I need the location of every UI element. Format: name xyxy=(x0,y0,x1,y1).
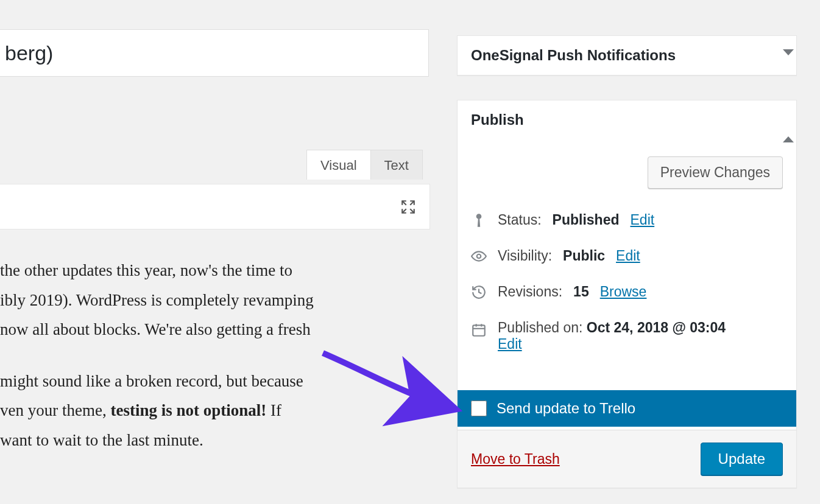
body-text-strong: testing is not optional! xyxy=(110,401,266,419)
panel-onesignal-header[interactable]: OneSignal Push Notifications xyxy=(458,36,796,75)
body-text: might sound like a broken record, but be… xyxy=(0,372,303,390)
panel-publish-header[interactable]: Publish xyxy=(458,100,796,139)
visibility-value: Public xyxy=(563,248,605,264)
editor-tabs: Visual Text xyxy=(306,150,423,180)
panel-onesignal: OneSignal Push Notifications xyxy=(457,35,797,75)
body-text: the other updates this year, now's the t… xyxy=(0,261,292,279)
preview-changes-button[interactable]: Preview Changes xyxy=(648,156,783,189)
visibility-edit-link[interactable]: Edit xyxy=(616,248,640,264)
svg-rect-5 xyxy=(473,325,485,335)
send-to-trello-label: Send update to Trello xyxy=(497,400,635,417)
panel-publish: Publish Preview Changes Status: Publishe… xyxy=(457,100,797,488)
update-button[interactable]: Update xyxy=(701,443,783,475)
body-text: ven your theme, xyxy=(0,401,110,419)
revisions-value: 15 xyxy=(573,284,589,300)
published-edit-link[interactable]: Edit xyxy=(498,336,522,352)
status-value: Published xyxy=(553,212,620,228)
editor-toolbar xyxy=(0,184,430,229)
status-label: Status: xyxy=(498,212,542,228)
visibility-row: Visibility: Public Edit xyxy=(471,238,783,274)
eye-icon xyxy=(471,248,487,264)
calendar-icon xyxy=(471,322,487,338)
svg-point-4 xyxy=(477,254,481,258)
move-to-trash-link[interactable]: Move to Trash xyxy=(471,451,560,467)
published-label: Published on: xyxy=(498,320,582,335)
body-text: If xyxy=(266,401,281,419)
published-row: Published on: Oct 24, 2018 @ 03:04 Edit xyxy=(471,310,783,362)
panel-publish-title: Publish xyxy=(471,111,524,128)
history-icon xyxy=(471,284,487,300)
panel-publish-body: Preview Changes Status: Published Edit V… xyxy=(458,139,796,362)
revisions-label: Revisions: xyxy=(498,284,562,300)
send-to-trello-checkbox[interactable] xyxy=(471,401,487,416)
revisions-browse-link[interactable]: Browse xyxy=(600,284,647,300)
editor-content[interactable]: the other updates this year, now's the t… xyxy=(0,256,417,477)
body-text: ibly 2019). WordPress is completely reva… xyxy=(0,291,314,309)
pin-icon xyxy=(471,212,487,228)
panel-onesignal-title: OneSignal Push Notifications xyxy=(471,47,676,64)
body-text: now all about blocks. We're also getting… xyxy=(0,320,311,338)
status-row: Status: Published Edit xyxy=(471,202,783,238)
status-edit-link[interactable]: Edit xyxy=(631,212,655,228)
panel-publish-footer: Move to Trash Update xyxy=(458,430,796,488)
published-value: Oct 24, 2018 @ 03:04 xyxy=(587,320,726,335)
tab-text[interactable]: Text xyxy=(371,150,423,180)
post-title-input[interactable] xyxy=(0,29,429,77)
body-text: want to wait to the last minute. xyxy=(0,431,203,449)
visibility-label: Visibility: xyxy=(498,248,552,264)
revisions-row: Revisions: 15 Browse xyxy=(471,274,783,310)
fullscreen-icon[interactable] xyxy=(400,199,416,215)
send-to-trello-row[interactable]: Send update to Trello xyxy=(458,390,796,427)
tab-visual[interactable]: Visual xyxy=(306,150,371,180)
